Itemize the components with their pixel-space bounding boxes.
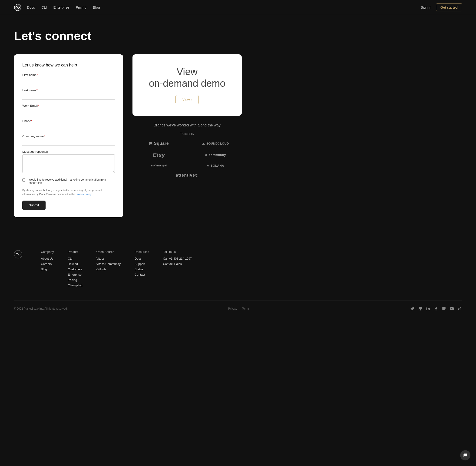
marketing-checkbox-row: I would like to receive additional marke… [22,178,115,185]
demo-title: View on-demand demo [142,66,232,90]
footer-logo [14,250,22,258]
required-indicator: * [38,104,39,107]
youtube-icon[interactable] [450,306,454,311]
last-name-label: Last name* [22,89,115,92]
privacy-link[interactable]: Privacy [228,307,237,310]
company-name-label: Company name* [22,135,115,138]
footer-contact[interactable]: Contact [135,273,149,276]
chat-bubble-button[interactable] [460,450,470,460]
required-indicator: * [36,89,38,92]
footer-customers[interactable]: Customers [68,268,82,271]
square-icon: ⊟ [149,141,153,146]
footer-vitess-community[interactable]: Vitess Community [96,262,121,266]
footer-legal-links: Privacy Terms [228,307,249,310]
phone-label: Phone* [22,119,115,123]
solana-icon: ≋ [207,164,209,167]
footer-columns: Company About Us Careers Blog Product CL… [41,250,462,289]
tiktok-icon[interactable] [457,306,462,311]
github-icon[interactable] [418,306,423,311]
required-indicator: * [31,119,32,123]
first-name-group: First name* [22,73,115,84]
facebook-icon[interactable] [434,306,438,311]
brand-attentive: attentive® [176,173,198,178]
sign-in-button[interactable]: Sign in [421,5,431,9]
footer-rewind[interactable]: Rewind [68,262,82,266]
brand-soundcloud: ☁ SOUNDCLOUD [202,142,229,145]
terms-link[interactable]: Terms [242,307,250,310]
company-name-group: Company name* [22,135,115,146]
footer-enterprise[interactable]: Enterprise [68,273,82,276]
footer-phone[interactable]: Call +1 408 214 1997 [163,257,192,260]
page-title: Let's connect [14,29,462,43]
brand-etsy: Etsy [153,152,165,158]
privacy-notice: By clicking submit below, you agree to t… [22,188,115,196]
main-content: Let's connect Let us know how we can hel… [0,15,476,236]
footer-vitess[interactable]: Vitess [96,257,121,260]
submit-button[interactable]: Submit [22,201,46,210]
footer-opensource-heading: Open Source [96,250,121,254]
contact-form-card: Let us know how we can help First name* … [14,54,123,217]
footer-bottom: © 2022 PlanetScale Inc. All rights reser… [14,301,462,311]
get-started-button[interactable]: Get started [436,3,462,12]
footer-blog[interactable]: Blog [41,268,54,271]
footer-col-company: Company About Us Careers Blog [41,250,54,289]
message-label: Message (optional) [22,150,115,153]
soundcloud-icon: ☁ [202,142,205,145]
footer-talk-heading: Talk to us [163,250,192,254]
navbar: Docs CLI Enterprise Pricing Blog Sign in… [0,0,476,15]
footer-careers[interactable]: Careers [41,262,54,266]
chat-icon [463,453,468,458]
view-demo-button[interactable]: View › [175,95,198,104]
required-indicator: * [36,73,38,77]
last-name-input[interactable] [22,93,115,100]
svg-rect-5 [444,308,444,308]
footer-docs[interactable]: Docs [135,257,149,260]
brand-square: ⊟ Square [149,141,169,146]
brand-logo [14,4,21,11]
work-email-label: Work Email* [22,104,115,107]
company-name-input[interactable] [22,139,115,146]
twitter-icon[interactable] [410,306,415,311]
linkedin-icon[interactable] [426,306,430,311]
phone-input[interactable] [22,124,115,130]
footer-status[interactable]: Status [135,268,149,271]
footer-col-opensource: Open Source Vitess Vitess Community GitH… [96,250,121,289]
nav-enterprise[interactable]: Enterprise [53,5,69,9]
footer-support[interactable]: Support [135,262,149,266]
nav-docs[interactable]: Docs [27,5,35,9]
brand-solana: ≋ SOLANA [207,164,224,167]
first-name-input[interactable] [22,78,115,84]
nav-right: Sign in Get started [421,3,462,12]
trusted-by-text: Trusted by [132,132,242,136]
svg-rect-4 [443,308,444,308]
footer-github[interactable]: GitHub [96,268,121,271]
footer-pricing[interactable]: Pricing [68,278,82,282]
nav-pricing[interactable]: Pricing [76,5,86,9]
brands-grid: ⊟ Square ☁ SOUNDCLOUD Etsy ≋ community [132,141,242,178]
work-email-group: Work Email* [22,104,115,115]
footer-col-talk: Talk to us Call +1 408 214 1997 Contact … [163,250,192,289]
brands-intro-text: Brands we've worked with along the way [132,123,242,127]
message-textarea[interactable] [22,154,115,173]
footer-company-heading: Company [41,250,54,254]
footer-resources-heading: Resources [135,250,149,254]
footer-about-us[interactable]: About Us [41,257,54,260]
right-column: View on-demand demo View › Brands we've … [132,54,242,217]
last-name-group: Last name* [22,89,115,100]
phone-group: Phone* [22,119,115,130]
nav-links: Docs CLI Enterprise Pricing Blog [27,5,421,9]
brand-myfitnesspal: myfitnesspal [151,164,167,167]
copyright-text: © 2022 PlanetScale Inc. All rights reser… [14,307,68,310]
footer-changelog[interactable]: Changelog [68,284,82,287]
footer-top: Company About Us Careers Blog Product CL… [14,250,462,289]
nav-blog[interactable]: Blog [93,5,100,9]
work-email-input[interactable] [22,108,115,115]
two-column-layout: Let us know how we can help First name* … [14,54,242,217]
twitch-icon[interactable] [441,306,446,311]
privacy-policy-link[interactable]: Privacy Policy [76,193,91,196]
footer-contact-sales[interactable]: Contact Sales [163,262,192,266]
footer-cli[interactable]: CLI [68,257,82,260]
nav-cli[interactable]: CLI [41,5,47,9]
footer-product-heading: Product [68,250,82,254]
marketing-checkbox[interactable] [22,178,25,182]
